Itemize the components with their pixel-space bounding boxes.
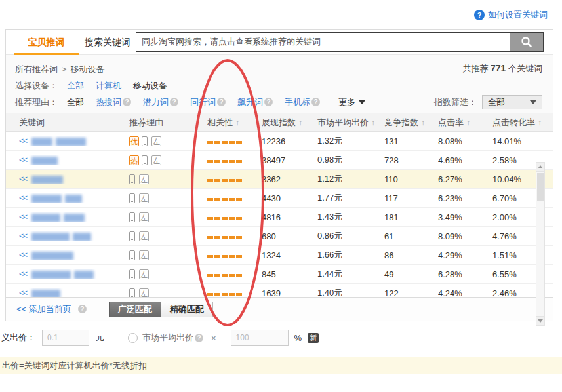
add-keyword-link[interactable]: << [19,288,27,297]
column-header-5[interactable]: 竞争指数↑ [384,117,438,128]
reason-option-label: 潜力词 [143,96,169,108]
redacted-keyword [31,252,73,260]
relevance-bar [229,141,235,144]
sort-arrow-icon[interactable]: ↑ [421,118,425,127]
help-icon[interactable]: ? [195,334,203,342]
more-dropdown[interactable]: 更多 [338,96,365,108]
add-current-page-link[interactable]: << 添加当前页 [16,304,71,315]
reason-option-label: 热搜词 [96,96,121,108]
keyword-search-box [136,32,544,52]
how-to-set-keywords-link[interactable]: ? 如何设置关键词 [474,9,548,21]
relevance-bar [222,293,228,296]
help-icon[interactable]: ? [170,98,178,106]
tab-search-keywords[interactable]: 搜索关键词 [79,30,136,54]
avg-price-cell: 1.40元 [317,287,384,297]
impressions-cell: 1639 [262,288,317,298]
mobile-device-icon [129,174,135,184]
add-keyword-link[interactable]: << [19,136,27,146]
sort-arrow-icon[interactable]: ↑ [371,118,375,127]
reason-option-label: 飙升词 [237,96,263,108]
device-option-all[interactable]: 全部 [67,80,84,92]
exact-match-button[interactable]: 精确匹配 [161,302,213,317]
breadcrumb-root[interactable]: 所有推荐词 [15,64,58,75]
help-icon[interactable]: ? [264,98,273,106]
mobile-device-icon [129,212,135,222]
add-keyword-link[interactable]: << [19,174,27,184]
percent-sign: % [294,333,302,343]
help-icon[interactable]: ? [217,98,226,106]
add-keyword-link[interactable]: << [19,250,27,260]
relevance-bar [207,255,213,258]
impressions-cell: 680 [262,231,317,241]
table-row: <<左16391.40元1224.24%2.46% [6,284,553,297]
scrollbar-thumb[interactable] [537,173,544,201]
reason-option-hot[interactable]: 热搜词? [96,96,131,108]
relevance-bar [207,179,213,182]
sort-arrow-icon[interactable]: ↑ [538,118,542,127]
device-option-mobile-selected[interactable]: 移动设备 [133,80,167,92]
index-filter-select[interactable]: 全部 [482,95,542,109]
redacted-keyword [31,138,52,146]
reason-option-rising[interactable]: 飙升词? [237,96,273,108]
device-filter-label: 选择设备： [15,80,58,92]
column-header-7[interactable]: 点击转化率↑ [492,117,553,128]
avg-price-cell: 1.32元 [317,135,384,147]
relevance-bar [207,217,213,220]
ctr-cell: 4.24% [438,288,492,298]
reason-option-peer[interactable]: 同行词? [190,96,226,108]
device-option-computer[interactable]: 计算机 [96,80,121,92]
relevance-bar [207,160,213,163]
add-keyword-link[interactable]: << [19,155,27,165]
reason-cell: 左 [129,231,207,241]
bid-price-input[interactable] [42,330,89,346]
add-keyword-link[interactable]: << [19,193,27,203]
relevance-bar [207,198,213,201]
sort-arrow-icon[interactable]: ↑ [298,118,302,127]
reason-cell: 优左 [129,136,207,146]
column-label: 相关性 [207,117,233,127]
column-header-2[interactable]: 相关性↑ [207,117,262,128]
market-avg-price-radio[interactable] [128,333,138,343]
badge-zuo: 左 [139,212,149,222]
vertical-scrollbar[interactable] [536,162,545,326]
impressions-cell: 1324 [262,250,317,260]
column-header-6[interactable]: 点击率↑ [438,117,492,128]
reason-option-mobile-tag[interactable]: 手机标? [285,96,320,108]
column-header-3[interactable]: 展现指数↑ [262,117,317,128]
table-footer: << 添加当前页 ? 广泛匹配 精确匹配 [6,297,553,321]
index-filter-value: 全部 [488,96,505,108]
broad-match-button[interactable]: 广泛匹配 [109,302,161,317]
sort-arrow-icon[interactable]: ↑ [466,118,470,127]
reason-option-potential[interactable]: 潜力词? [143,96,178,108]
mobile-device-icon [129,193,135,203]
add-keyword-link[interactable]: << [19,231,27,241]
add-keyword-link[interactable]: << [19,269,27,279]
impressions-cell: 3362 [262,174,317,184]
column-header-4[interactable]: 市场平均出价↑ [317,117,384,128]
scroll-up-button[interactable] [536,163,544,172]
add-keyword-link[interactable]: << [19,212,27,222]
badge-zuo: 左 [139,288,149,297]
relevance-bar [214,198,220,201]
total-keywords-summary: 共推荐 771 个关键词 [462,63,542,75]
tabs-row: 宝贝推词 搜索关键词 [6,30,553,55]
badge-zuo: 左 [139,231,149,241]
avg-price-cell: 1.43元 [317,211,384,223]
scroll-down-button[interactable] [536,316,544,325]
avg-price-cell: 0.98元 [317,154,384,166]
search-button[interactable] [510,33,543,51]
ctr-cell: 8.09% [438,231,492,241]
relevance-bar [236,293,242,296]
tab-baobei-tuici[interactable]: 宝贝推词 [14,30,79,54]
reason-option-all-selected[interactable]: 全部 [67,96,84,108]
badge-zuo: 左 [139,269,149,279]
help-icon[interactable]: ? [78,305,87,313]
help-icon[interactable]: ? [311,98,320,106]
index-filter-label: 指数筛选： [434,96,477,108]
sort-arrow-icon[interactable]: ↑ [235,118,239,127]
bid-percent-input[interactable] [231,330,289,346]
mobile-device-icon [142,155,148,165]
help-icon[interactable]: ? [123,98,131,106]
relevance-bar [207,274,213,277]
keyword-search-input[interactable] [136,33,510,51]
